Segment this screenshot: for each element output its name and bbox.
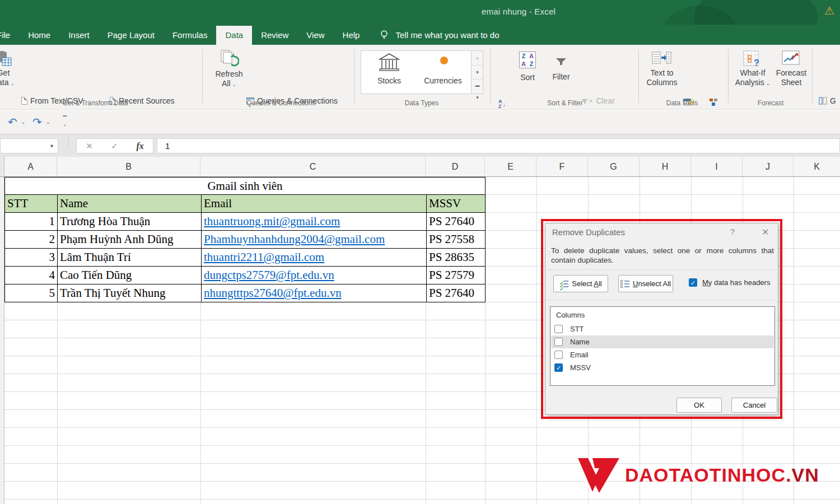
- tab-formulas[interactable]: Formulas: [164, 26, 217, 45]
- name-box-dropdown-icon[interactable]: ▼: [49, 143, 54, 149]
- currencies-button[interactable]: Currencies: [419, 52, 466, 85]
- warning-icon[interactable]: ⚠: [823, 4, 836, 17]
- checkbox-checked-icon: ✓: [689, 278, 697, 287]
- gallery-more-button[interactable]: ▬▼: [472, 80, 483, 94]
- my-data-has-headers-checkbox[interactable]: ✓ My data has headers: [689, 278, 770, 287]
- column-header-h[interactable]: H: [640, 157, 691, 176]
- cell-stt[interactable]: 2: [4, 231, 57, 249]
- cell-email[interactable]: nhungtttps27640@fpt.edu.vn: [201, 284, 426, 302]
- name-box[interactable]: ▼: [0, 138, 58, 153]
- checkbox-unchecked-icon[interactable]: [554, 325, 563, 333]
- email-link[interactable]: thuantri2211@gmail.com: [204, 250, 324, 264]
- cell-email[interactable]: dungctps27579@fpt.edu.vn: [201, 267, 426, 284]
- email-link[interactable]: thuantruong.mit@gmail.com: [204, 214, 340, 228]
- cell-name[interactable]: Lâm Thuận Trí: [57, 249, 201, 267]
- column-header-g[interactable]: G: [588, 157, 640, 176]
- undo-button[interactable]: ↶: [8, 115, 17, 129]
- ok-button[interactable]: OK: [676, 398, 722, 413]
- insert-function-icon[interactable]: fx: [136, 141, 143, 151]
- confirm-entry-icon[interactable]: ✓: [111, 141, 118, 151]
- email-link[interactable]: dungctps27579@fpt.edu.vn: [204, 268, 334, 282]
- dialog-help-icon[interactable]: ?: [730, 227, 735, 236]
- header-cell-name[interactable]: Name: [57, 195, 201, 213]
- cell-email[interactable]: Phamhuynhanhdung2004@gmail.com: [201, 231, 426, 249]
- group-button[interactable]: G: [819, 94, 836, 108]
- student-email-table: Gmail sinh viên STT Name Email MSSV 1 Tr…: [4, 177, 486, 302]
- column-option-stt[interactable]: STT: [551, 323, 774, 335]
- cell-email[interactable]: thuantri2211@gmail.com: [201, 249, 426, 267]
- cell-mssv[interactable]: PS 27558: [426, 231, 486, 249]
- checkbox-checked-icon[interactable]: ✓: [554, 363, 563, 372]
- cancel-button[interactable]: Cancel: [731, 398, 777, 413]
- cell-stt[interactable]: 5: [4, 284, 57, 302]
- column-header-f[interactable]: F: [536, 157, 588, 176]
- dialog-close-icon[interactable]: ✕: [762, 227, 769, 237]
- cell-stt[interactable]: 4: [4, 267, 57, 284]
- tell-me-box[interactable]: Tell me what you want to do: [368, 25, 505, 45]
- text-to-columns-button[interactable]: Text to Columns: [645, 50, 679, 87]
- cell-stt[interactable]: 1: [4, 213, 57, 231]
- redo-button[interactable]: ↷: [32, 115, 42, 129]
- column-header-c[interactable]: C: [200, 157, 426, 176]
- sort-button[interactable]: ZA AZ Sort: [513, 52, 542, 82]
- gallery-scroll-down[interactable]: ▼: [472, 66, 483, 80]
- cell-name[interactable]: Trương Hòa Thuận: [57, 213, 201, 231]
- stocks-button[interactable]: Stocks: [366, 52, 413, 85]
- redo-dropdown[interactable]: ⌄: [46, 119, 50, 125]
- header-cell-mssv[interactable]: MSSV: [426, 195, 486, 213]
- column-option-mssv[interactable]: ✓ MSSV: [551, 361, 774, 374]
- gallery-scroll: ▲ ▼ ▬▼: [472, 50, 483, 94]
- cell-name[interactable]: Cao Tiến Dũng: [57, 267, 201, 284]
- column-option-email[interactable]: Email: [551, 348, 774, 361]
- tab-review[interactable]: Review: [252, 26, 297, 45]
- column-header-i[interactable]: I: [691, 157, 743, 176]
- undo-dropdown[interactable]: ⌄: [21, 119, 26, 125]
- tab-file[interactable]: File: [0, 26, 19, 45]
- cell-mssv[interactable]: PS 28635: [426, 249, 486, 267]
- checkbox-unchecked-icon[interactable]: [554, 338, 563, 346]
- refresh-all-button[interactable]: Refresh All⌄: [214, 49, 244, 90]
- column-header-e[interactable]: E: [485, 157, 536, 176]
- cell-name[interactable]: Trần Thị Tuyết Nhung: [57, 284, 201, 302]
- table-header-row: STT Name Email MSSV: [4, 195, 486, 213]
- email-link[interactable]: nhungtttps27640@fpt.edu.vn: [204, 286, 342, 300]
- select-all-corner[interactable]: [0, 157, 4, 176]
- column-header-b[interactable]: B: [57, 157, 200, 176]
- checkbox-unchecked-icon[interactable]: [554, 351, 563, 359]
- header-cell-email[interactable]: Email: [201, 195, 426, 213]
- what-if-analysis-button[interactable]: ? What-If Analysis⌄: [735, 50, 771, 88]
- tab-data[interactable]: Data: [216, 26, 252, 45]
- title-bar: emai nhung - Excel ⚠: [0, 0, 840, 25]
- tab-insert[interactable]: Insert: [59, 26, 99, 45]
- header-cell-stt[interactable]: STT: [4, 195, 57, 213]
- cancel-entry-icon[interactable]: ✕: [86, 141, 93, 151]
- select-all-button[interactable]: ✓✓✓ Select All: [553, 275, 608, 292]
- cell-name[interactable]: Phạm Huỳnh Anh Dũng: [57, 231, 201, 249]
- get-data-button[interactable]: Get Data⌄: [0, 49, 19, 88]
- formula-bar-splitter[interactable]: ⋮: [64, 139, 73, 143]
- column-header-a[interactable]: A: [4, 157, 57, 176]
- cell-mssv[interactable]: PS 27640: [426, 284, 486, 302]
- customize-qat-button[interactable]: ▔⌄: [63, 116, 67, 127]
- cell-email[interactable]: thuantruong.mit@gmail.com: [201, 213, 426, 231]
- column-header-k[interactable]: K: [794, 157, 840, 176]
- forecast-sheet-button[interactable]: Forecast Sheet: [775, 50, 808, 87]
- email-link[interactable]: Phamhuynhanhdung2004@gmail.com: [204, 232, 385, 246]
- tab-page-layout[interactable]: Page Layout: [99, 26, 164, 45]
- cell-mssv[interactable]: PS 27640: [426, 213, 486, 231]
- column-header-d[interactable]: D: [426, 157, 485, 176]
- cell-mssv[interactable]: PS 27579: [426, 267, 486, 284]
- sort-az-icon: AZ: [498, 99, 502, 109]
- unselect-all-button[interactable]: Unselect All: [618, 275, 673, 292]
- cell-stt[interactable]: 3: [4, 249, 57, 267]
- filter-button[interactable]: Filter: [547, 53, 576, 82]
- formula-input[interactable]: 1: [157, 138, 840, 153]
- tab-view[interactable]: View: [297, 26, 333, 45]
- gallery-scroll-up[interactable]: ▲: [472, 51, 483, 66]
- tab-help[interactable]: Help: [334, 26, 369, 45]
- formula-bar-row: ▼ ⋮ ✕ ✓ fx 1: [0, 134, 840, 157]
- tab-home[interactable]: Home: [19, 26, 59, 45]
- column-header-j[interactable]: J: [743, 157, 794, 176]
- table-title-cell[interactable]: Gmail sinh viên: [4, 177, 486, 195]
- column-option-name[interactable]: Name: [551, 335, 774, 348]
